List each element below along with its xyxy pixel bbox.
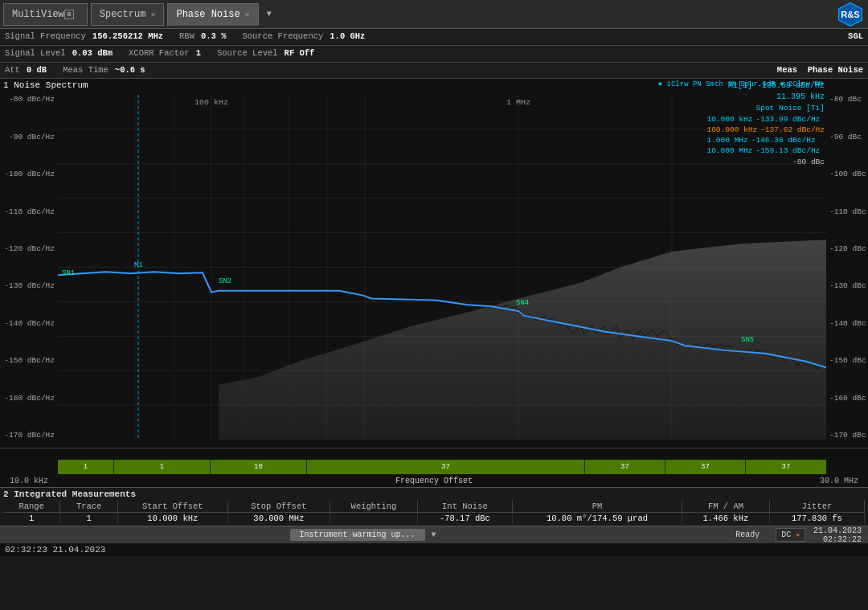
footer-timestamp: 02:32:23 21.04.2023 bbox=[0, 543, 868, 556]
rs-logo: R&S bbox=[836, 0, 865, 29]
freq-segments: 1 1 10 37 37 37 37 bbox=[58, 460, 826, 474]
info-bar: Signal Frequency 156.256212 MHz RBW 0.3 … bbox=[0, 29, 868, 46]
measurements-table: Range Trace Start Offset Stop Offset Wei… bbox=[3, 501, 865, 524]
freq-status-bar: 1 1 10 37 37 37 37 bbox=[0, 460, 868, 474]
source-freq-group: Source Frequency 1.0 GHz bbox=[242, 31, 365, 43]
table-header-row: Range Trace Start Offset Stop Offset Wei… bbox=[3, 501, 865, 513]
info-bar-3: Att 0 dB Meas Time ~0.6 s Meas Phase Noi… bbox=[0, 63, 868, 80]
xcorr-label: XCORR Factor bbox=[129, 47, 190, 60]
seg-5: 37 bbox=[585, 460, 665, 474]
freq-offset-row: 10.0 kHz Frequency Offset 30.0 MHz bbox=[0, 474, 868, 487]
source-level-group: Source Level RF Off bbox=[217, 47, 314, 60]
y-label-5: -130 dBc/Hz bbox=[0, 281, 58, 290]
tab-multiview[interactable]: MultiView ⊞ bbox=[3, 3, 88, 26]
meas-type: Meas Phase Noise bbox=[777, 64, 863, 77]
col-int-noise: Int Noise bbox=[417, 501, 512, 513]
y-label-8: -160 dBc/Hz bbox=[0, 394, 58, 403]
tab-dropdown-arrow[interactable]: ▼ bbox=[267, 10, 272, 18]
sig-level-value: 0.03 dBm bbox=[72, 47, 113, 60]
cell-trace: 1 bbox=[60, 513, 118, 525]
rbw-label: RBW bbox=[179, 31, 194, 43]
yr-label-2: -100 dBc bbox=[826, 170, 868, 178]
tab-close-phase-noise[interactable]: ✕ bbox=[245, 10, 250, 19]
y-label-2: -100 dBc/Hz bbox=[0, 170, 58, 178]
freq-offset-label: Frequency Offset bbox=[58, 477, 810, 485]
src-freq-value: 1.0 GHz bbox=[330, 31, 365, 43]
spot-10m: 10.000 MHz -159.13 dBc/Hz bbox=[706, 145, 825, 156]
chart-title: 1 Noise Spectrum bbox=[3, 80, 88, 90]
cell-weighting bbox=[330, 513, 418, 525]
dc-indicator: DC ● bbox=[776, 528, 805, 542]
tab-label: MultiView bbox=[12, 9, 64, 20]
sig-level-label: Signal Level bbox=[5, 47, 66, 60]
src-level-label: Source Level bbox=[217, 47, 278, 60]
col-weighting: Weighting bbox=[330, 501, 418, 513]
att-value: 0 dB bbox=[27, 64, 47, 77]
yr-label-1: -90 dBc bbox=[826, 133, 868, 141]
yr-label-8: -160 dBc bbox=[826, 394, 868, 403]
yr-label-3: -110 dBc bbox=[826, 207, 868, 216]
info-bar-2: Signal Level 0.03 dBm XCORR Factor 1 Sou… bbox=[0, 46, 868, 63]
cell-fm-am: 1.466 kHz bbox=[682, 513, 770, 525]
freq-end: 30.0 MHz bbox=[810, 477, 868, 485]
cell-start: 10.000 kHz bbox=[117, 513, 227, 525]
tab-sep: ⊞ bbox=[64, 10, 74, 19]
y-label-3: -110 dBc/Hz bbox=[0, 207, 58, 216]
yr-label-5: -130 dBc bbox=[826, 281, 868, 290]
tab-label: Spectrum bbox=[100, 9, 146, 20]
yr-label-9: -170 dBc bbox=[826, 431, 868, 440]
tab-spectrum[interactable]: Spectrum ✕ bbox=[91, 3, 165, 26]
meas-value: Phase Noise bbox=[808, 65, 863, 75]
svg-text:R&S: R&S bbox=[841, 10, 860, 19]
y-axis-left: -80 dBc/Hz -90 dBc/Hz -100 dBc/Hz -110 d… bbox=[0, 95, 58, 440]
col-pm: PM bbox=[512, 501, 682, 513]
right-80: -80 dBc bbox=[706, 157, 825, 167]
y-label-7: -150 dBc/Hz bbox=[0, 356, 58, 365]
m1-freq: 11.395 kHz bbox=[706, 92, 825, 103]
dropdown-arrow[interactable]: ▼ bbox=[432, 530, 436, 539]
date-line: 21.04.2023 bbox=[813, 526, 862, 535]
measurements-title: 2 Integrated Measurements bbox=[3, 489, 865, 499]
tab-phase-noise[interactable]: Phase Noise ✕ bbox=[167, 3, 258, 26]
spot-1m: 1.000 MHz -146.36 dBc/Hz bbox=[706, 135, 825, 145]
y-label-4: -120 dBc/Hz bbox=[0, 244, 58, 253]
spot-10k: 10.000 kHz -133.99 dBc/Hz bbox=[706, 114, 825, 125]
tab-close-spectrum[interactable]: ✕ bbox=[150, 10, 155, 19]
rbw-value: 0.3 % bbox=[201, 31, 227, 43]
y-label-6: -140 dBc/Hz bbox=[0, 319, 58, 328]
seg-7: 37 bbox=[746, 460, 826, 474]
table-row: 1 1 10.000 kHz 30.000 MHz -78.17 dBc 10.… bbox=[3, 513, 865, 525]
cell-stop: 30.000 MHz bbox=[227, 513, 330, 525]
col-stop: Stop Offset bbox=[227, 501, 330, 513]
svg-text:1 MHz: 1 MHz bbox=[506, 98, 530, 107]
yr-label-0: -80 dBc bbox=[826, 95, 868, 104]
col-range: Range bbox=[3, 501, 60, 513]
cell-pm: 10.00 m°/174.59 μrad bbox=[512, 513, 682, 525]
svg-text:SN4: SN4 bbox=[516, 300, 529, 308]
seg-2: 1 bbox=[114, 460, 211, 474]
svg-marker-22 bbox=[219, 240, 826, 440]
chart-container: 1 Noise Spectrum ● 1Clrw PN Smth 1% Spur… bbox=[0, 79, 868, 448]
att-label: Att bbox=[5, 64, 20, 77]
meas-time-label: Meas Time bbox=[63, 64, 108, 77]
rbw-group: RBW 0.3 % bbox=[179, 31, 226, 43]
seg-6: 37 bbox=[665, 460, 746, 474]
svg-text:SN1: SN1 bbox=[62, 270, 75, 278]
measurements-section: 2 Integrated Measurements Range Trace St… bbox=[0, 487, 868, 526]
col-jitter: Jitter bbox=[769, 501, 864, 513]
marker-info: M1[1] -135.68 dBc/Hz 11.395 kHz Spot Noi… bbox=[706, 80, 825, 167]
y-label-1: -90 dBc/Hz bbox=[0, 133, 58, 141]
dc-dot: ● bbox=[796, 531, 800, 538]
yr-label-6: -140 dBc bbox=[826, 319, 868, 328]
signal-freq-value: 156.256212 MHz bbox=[92, 31, 163, 43]
svg-text:SN2: SN2 bbox=[219, 277, 231, 285]
tab-bar: MultiView ⊞ Spectrum ✕ Phase Noise ✕ ▼ R… bbox=[0, 0, 868, 29]
footer-time: 02:32:23 21.04.2023 bbox=[5, 545, 105, 555]
src-level-value: RF Off bbox=[285, 47, 315, 60]
col-start: Start Offset bbox=[117, 501, 227, 513]
tab-label: Phase Noise bbox=[176, 9, 240, 20]
m1-label: M1[1] -135.68 dBc/Hz bbox=[706, 80, 825, 92]
svg-text:M1: M1 bbox=[134, 262, 143, 270]
signal-frequency-group: Signal Frequency 156.256212 MHz bbox=[5, 31, 163, 43]
bottom-bar: Instrument warming up... ▼ Ready DC ● 21… bbox=[0, 526, 868, 543]
